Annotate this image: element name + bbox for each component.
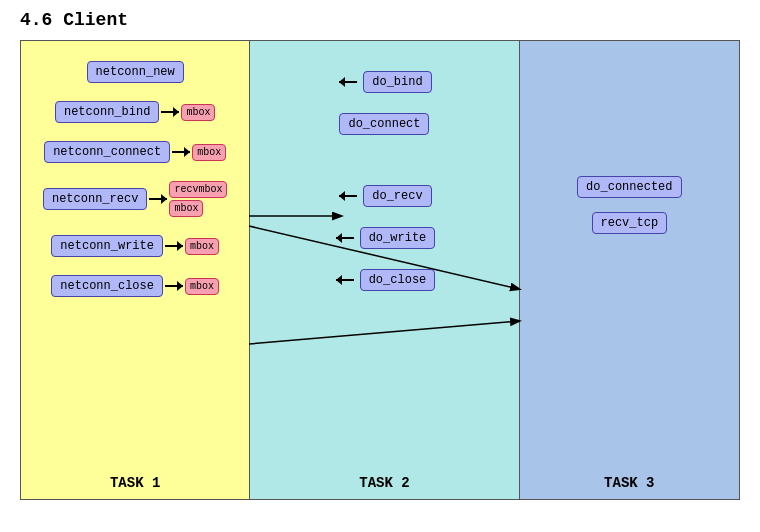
task1-row-recv: netconn_recv recvmbox mbox: [31, 181, 239, 217]
mbox-close-box: mbox: [185, 278, 219, 295]
arrow-recv-1: [149, 198, 167, 200]
do-recv-box: do_recv: [363, 185, 431, 207]
task1-row-close: netconn_close mbox: [31, 275, 239, 297]
task1-row-connect: netconn_connect mbox: [31, 141, 239, 163]
recv-mbox-group: recvmbox mbox: [169, 181, 227, 217]
task1-row-bind: netconn_bind mbox: [31, 101, 239, 123]
netconn-connect-box: netconn_connect: [44, 141, 170, 163]
do-connected-box: do_connected: [577, 176, 681, 198]
arrow-close-1: [165, 285, 183, 287]
arrow-write-1: [165, 245, 183, 247]
arrow-bind-2: [339, 81, 357, 83]
task1-row-new: netconn_new: [31, 61, 239, 83]
task2-row-connect: do_connect: [260, 113, 508, 135]
task2-row-close: do_close: [260, 269, 508, 291]
mbox-connect-box: mbox: [192, 144, 226, 161]
netconn-bind-box: netconn_bind: [55, 101, 159, 123]
netconn-new-box: netconn_new: [87, 61, 184, 83]
task3-items: do_connected recv_tcp: [530, 176, 729, 234]
arrow-close-2: [336, 279, 354, 281]
task2-row-write: do_write: [260, 227, 508, 249]
task1-row-write: netconn_write mbox: [31, 235, 239, 257]
arrow-bind-1: [161, 111, 179, 113]
recvmbox-box: recvmbox: [169, 181, 227, 198]
arrow-write-2: [336, 237, 354, 239]
task2-column: do_bind do_connect do_recv do_write do: [250, 41, 519, 499]
mbox-bind-box: mbox: [181, 104, 215, 121]
recv-tcp-box: recv_tcp: [592, 212, 668, 234]
task2-label: TASK 2: [359, 475, 409, 491]
do-connect-box: do_connect: [339, 113, 429, 135]
task3-label: TASK 3: [604, 475, 654, 491]
netconn-write-box: netconn_write: [51, 235, 163, 257]
do-bind-box: do_bind: [363, 71, 431, 93]
page-title: 4.6 Client: [20, 10, 740, 30]
do-write-box: do_write: [360, 227, 436, 249]
netconn-recv-box: netconn_recv: [43, 188, 147, 210]
mbox-write-box: mbox: [185, 238, 219, 255]
arrow-recv-2: [339, 195, 357, 197]
task1-label: TASK 1: [110, 475, 160, 491]
task3-column: do_connected recv_tcp TASK 3: [520, 41, 739, 499]
task2-items: do_bind do_connect do_recv do_write do: [260, 71, 508, 291]
task2-row-bind: do_bind: [260, 71, 508, 93]
arrow-connect-1: [172, 151, 190, 153]
netconn-close-box: netconn_close: [51, 275, 163, 297]
task2-row-recv: do_recv: [260, 185, 508, 207]
do-close-box: do_close: [360, 269, 436, 291]
diagram: netconn_new netconn_bind mbox netconn_co…: [20, 40, 740, 500]
task1-items: netconn_new netconn_bind mbox netconn_co…: [31, 61, 239, 297]
task1-column: netconn_new netconn_bind mbox netconn_co…: [21, 41, 250, 499]
mbox-recv-box: mbox: [169, 200, 203, 217]
